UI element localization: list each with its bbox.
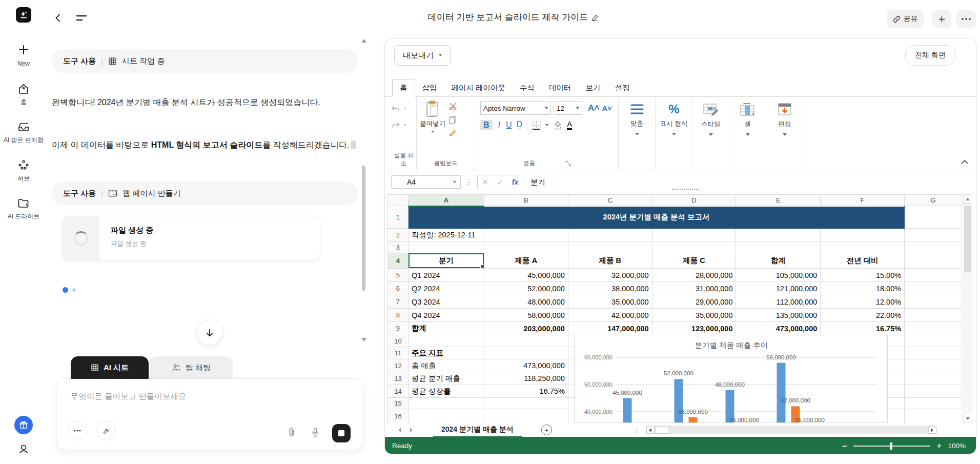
cell[interactable]: 105,000,000 xyxy=(736,269,821,282)
font-size-select[interactable]: 12 xyxy=(554,102,582,115)
column-header-D[interactable]: D xyxy=(652,195,736,206)
cell[interactable]: 평균 분기 매출 xyxy=(408,372,484,385)
cell[interactable] xyxy=(484,398,568,409)
bar-제품 A-Q4 2024[interactable] xyxy=(777,363,786,423)
underline-button[interactable]: U xyxy=(506,121,512,129)
cell[interactable] xyxy=(905,253,962,269)
chat-composer[interactable]: 무엇이든 물어보고 만들어보세요 xyxy=(57,378,363,450)
formula-bar-resize-handle[interactable] xyxy=(672,189,699,192)
add-sheet-button[interactable]: + xyxy=(541,425,552,435)
column-header-F[interactable]: F xyxy=(821,195,905,206)
cell[interactable]: Q1 2024 xyxy=(408,269,484,282)
cell[interactable]: 473,000,000 xyxy=(736,322,821,335)
column-header-B[interactable]: B xyxy=(484,195,568,206)
cell[interactable]: 평균 성장률 xyxy=(408,385,484,398)
cell[interactable] xyxy=(484,409,568,423)
cell[interactable]: 31,000,000 xyxy=(652,282,736,295)
cell[interactable] xyxy=(905,309,962,322)
bar-제품 A-Q1 2024[interactable] xyxy=(623,398,632,423)
confirm-entry-icon[interactable]: ✓ xyxy=(497,178,503,186)
cell[interactable] xyxy=(905,229,962,242)
scroll-right-button[interactable] xyxy=(928,426,936,434)
cell[interactable]: 35,000,000 xyxy=(652,309,736,322)
sheet-vertical-scrollbar[interactable] xyxy=(963,194,972,423)
paste-button[interactable]: 붙여넣기 xyxy=(417,100,448,137)
scrollbar-down-arrow[interactable] xyxy=(361,338,366,341)
cell[interactable]: 203,000,000 xyxy=(484,322,568,335)
cell[interactable]: Q2 2024 xyxy=(408,282,484,295)
sidebar-item-ai-drive[interactable]: AI 드라이브 xyxy=(8,197,40,221)
share-button[interactable]: 공유 xyxy=(887,10,924,28)
cell[interactable]: 135,000,000 xyxy=(736,309,821,322)
gift-button[interactable] xyxy=(14,416,33,434)
tool-usage-card-sheet[interactable]: 도구 사용 | 시트 작업 중 xyxy=(52,49,358,73)
row-header-14[interactable]: 14 xyxy=(388,385,409,398)
cell[interactable] xyxy=(408,409,484,423)
new-document-button[interactable] xyxy=(932,10,951,28)
cell[interactable]: 주요 지표 xyxy=(408,347,484,359)
cell[interactable]: 29,000,000 xyxy=(652,295,736,309)
cell[interactable]: 28,000,000 xyxy=(652,269,736,282)
cell[interactable] xyxy=(408,398,484,409)
row-header-8[interactable]: 8 xyxy=(388,309,409,322)
cell[interactable] xyxy=(821,229,905,242)
cell[interactable]: 전년 대비 xyxy=(821,253,905,269)
cell[interactable]: 112,000,000 xyxy=(736,295,821,309)
cell[interactable]: 합계 xyxy=(408,322,484,335)
decrease-font-button[interactable]: A˅ xyxy=(602,104,612,113)
cell[interactable]: 제품 A xyxy=(484,253,568,269)
cell[interactable] xyxy=(905,242,962,253)
cell[interactable] xyxy=(484,229,568,242)
scroll-to-bottom-button[interactable] xyxy=(197,320,222,345)
cell[interactable] xyxy=(905,269,962,282)
cell[interactable]: 22.00% xyxy=(821,309,905,322)
cell[interactable] xyxy=(905,322,962,335)
cell[interactable]: 45,000,000 xyxy=(484,269,568,282)
next-sheet-icon[interactable] xyxy=(410,428,413,432)
ribbon-tab-홈[interactable]: 홈 xyxy=(392,79,415,97)
cell[interactable] xyxy=(905,347,962,359)
double-underline-button[interactable]: D xyxy=(517,120,523,130)
row-header-3[interactable]: 3 xyxy=(388,242,409,253)
sidebar-item-new[interactable]: New xyxy=(17,43,30,68)
cell[interactable] xyxy=(484,242,568,253)
cell[interactable] xyxy=(905,372,962,385)
row-header-12[interactable]: 12 xyxy=(388,359,409,372)
cell[interactable] xyxy=(905,206,962,229)
scrollbar-up-arrow[interactable] xyxy=(361,39,366,43)
zoom-slider[interactable] xyxy=(853,446,930,447)
row-header-9[interactable]: 9 xyxy=(388,322,409,335)
edit-title-icon[interactable] xyxy=(591,13,599,22)
composer-tools-button[interactable] xyxy=(96,421,116,440)
zoom-out-button[interactable]: − xyxy=(842,441,847,451)
redo-icon[interactable] xyxy=(391,121,400,129)
cell[interactable]: Q3 2024 xyxy=(408,295,484,309)
cell[interactable] xyxy=(408,335,484,347)
cell[interactable]: 42,000,000 xyxy=(568,309,652,322)
fill-color-icon[interactable] xyxy=(553,120,562,130)
cell[interactable]: 18.00% xyxy=(821,282,905,295)
cancel-entry-icon[interactable]: ✕ xyxy=(482,178,488,186)
column-header-G[interactable]: G xyxy=(905,195,962,206)
cell[interactable]: 32,000,000 xyxy=(568,269,652,282)
redo-dropdown-icon[interactable] xyxy=(403,124,406,126)
stop-generation-button[interactable] xyxy=(332,424,351,442)
more-options-button[interactable] xyxy=(956,10,976,28)
select-all-corner[interactable] xyxy=(388,195,409,206)
row-header-16[interactable]: 16 xyxy=(388,409,409,423)
cell[interactable] xyxy=(905,359,962,372)
cell[interactable]: Q4 2024 xyxy=(408,309,484,322)
chat-input[interactable]: 무엇이든 물어보고 만들어보세요 xyxy=(71,391,363,402)
scroll-down-button[interactable] xyxy=(963,414,972,423)
align-button[interactable]: 맞춤 xyxy=(619,96,656,170)
insert-function-icon[interactable]: fx xyxy=(512,178,518,186)
cell[interactable]: 분기 xyxy=(408,253,484,269)
cell[interactable]: 제품 B xyxy=(568,253,652,269)
ribbon-tab-수식[interactable]: 수식 xyxy=(513,79,542,96)
attach-file-button[interactable] xyxy=(287,427,296,437)
format-painter-icon[interactable] xyxy=(448,129,457,137)
cell[interactable]: 작성일: 2025-12-11 xyxy=(408,229,484,242)
row-header-2[interactable]: 2 xyxy=(388,229,409,242)
bar-제품 A-Q2 2024[interactable] xyxy=(675,379,683,423)
cell[interactable]: 48,000,000 xyxy=(484,295,568,309)
